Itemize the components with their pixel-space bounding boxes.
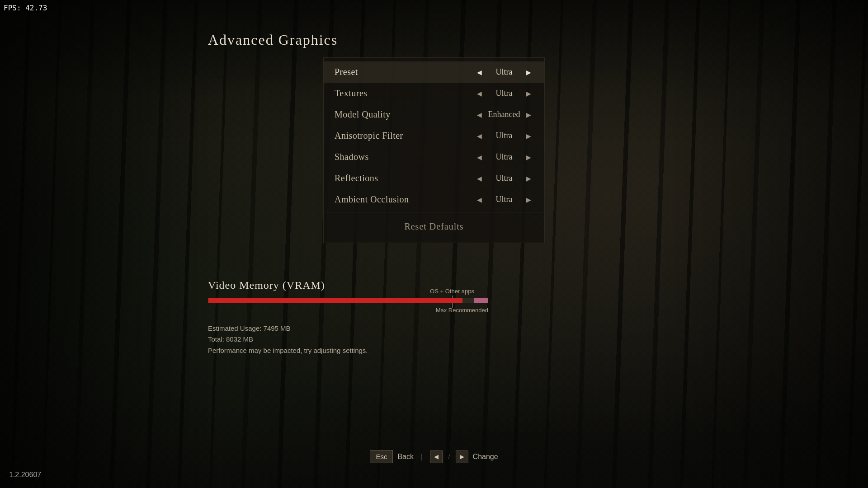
model-quality-value-area: ◀ Enhanced ▶ bbox=[475, 110, 533, 119]
model-quality-value: Enhanced bbox=[488, 110, 520, 119]
setting-label-shadows: Shadows bbox=[335, 152, 475, 162]
vram-bar-used bbox=[208, 298, 462, 303]
ambient-occlusion-arrow-right[interactable]: ▶ bbox=[524, 195, 533, 204]
setting-label-ambient-occlusion: Ambient Occlusion bbox=[335, 194, 475, 205]
anisotropic-filter-value-area: ◀ Ultra ▶ bbox=[475, 131, 533, 141]
reflections-value: Ultra bbox=[488, 174, 520, 183]
esc-key-button[interactable]: Esc bbox=[370, 450, 393, 463]
setting-row-ambient-occlusion[interactable]: Ambient Occlusion ◀ Ultra ▶ bbox=[324, 189, 544, 210]
ambient-occlusion-arrow-left[interactable]: ◀ bbox=[475, 195, 484, 204]
model-quality-arrow-left[interactable]: ◀ bbox=[475, 110, 484, 119]
preset-arrow-left[interactable]: ◀ bbox=[475, 68, 484, 77]
setting-row-preset[interactable]: Preset ◀ Ultra ▶ bbox=[324, 61, 544, 83]
preset-value: Ultra bbox=[488, 67, 520, 77]
reset-defaults-row[interactable]: Reset Defaults bbox=[324, 214, 544, 239]
setting-row-reflections[interactable]: Reflections ◀ Ultra ▶ bbox=[324, 168, 544, 189]
ambient-occlusion-value-area: ◀ Ultra ▶ bbox=[475, 195, 533, 204]
anisotropic-filter-arrow-right[interactable]: ▶ bbox=[524, 131, 533, 141]
panel-divider bbox=[324, 212, 544, 212]
setting-row-textures[interactable]: Textures ◀ Ultra ▶ bbox=[324, 83, 544, 104]
textures-value-area: ◀ Ultra ▶ bbox=[475, 89, 533, 98]
setting-row-shadows[interactable]: Shadows ◀ Ultra ▶ bbox=[324, 146, 544, 168]
back-label: Back bbox=[397, 453, 414, 461]
setting-label-anisotropic-filter: Anisotropic Filter bbox=[335, 131, 475, 141]
version-label: 1.2.20607 bbox=[9, 471, 41, 479]
ambient-occlusion-value: Ultra bbox=[488, 195, 520, 204]
textures-arrow-right[interactable]: ▶ bbox=[524, 89, 533, 98]
bottom-bar: Esc Back | ◀ / ▶ Change bbox=[0, 450, 868, 463]
preset-value-area: ◀ Ultra ▶ bbox=[475, 67, 533, 77]
slash: / bbox=[447, 453, 451, 461]
reset-defaults-label: Reset Defaults bbox=[404, 221, 463, 231]
settings-panel: Preset ◀ Ultra ▶ Textures ◀ Ultra ▶ Mode… bbox=[323, 57, 545, 243]
vram-bar-os bbox=[474, 298, 488, 303]
anisotropic-filter-value: Ultra bbox=[488, 131, 520, 141]
anisotropic-filter-arrow-left[interactable]: ◀ bbox=[475, 131, 484, 141]
shadows-arrow-right[interactable]: ▶ bbox=[524, 153, 533, 162]
vram-bar-container bbox=[208, 298, 488, 303]
fps-counter: FPS: 42.73 bbox=[4, 4, 47, 12]
right-arrow-key[interactable]: ▶ bbox=[456, 450, 468, 463]
page-title: Advanced Graphics bbox=[208, 32, 338, 48]
main-container: Advanced Graphics Preset ◀ Ultra ▶ Textu… bbox=[0, 0, 868, 488]
vram-warning: Performance may be impacted, try adjusti… bbox=[208, 347, 488, 354]
setting-label-model-quality: Model Quality bbox=[335, 109, 475, 120]
os-other-apps-label: OS + Other apps bbox=[430, 288, 474, 295]
model-quality-arrow-right[interactable]: ▶ bbox=[524, 110, 533, 119]
vram-estimated-usage: Estimated Usage: 7495 MB Total: 8032 MB bbox=[208, 323, 488, 345]
textures-value: Ultra bbox=[488, 89, 520, 98]
shadows-value-area: ◀ Ultra ▶ bbox=[475, 152, 533, 162]
setting-label-reflections: Reflections bbox=[335, 173, 475, 183]
setting-row-anisotropic-filter[interactable]: Anisotropic Filter ◀ Ultra ▶ bbox=[324, 125, 544, 146]
reflections-arrow-left[interactable]: ◀ bbox=[475, 174, 484, 183]
shadows-value: Ultra bbox=[488, 152, 520, 162]
change-label: Change bbox=[473, 453, 498, 461]
separator: | bbox=[418, 453, 425, 461]
vram-section: Video Memory (VRAM) OS + Other apps Max … bbox=[208, 279, 488, 354]
setting-label-preset: Preset bbox=[335, 67, 475, 77]
left-arrow-key[interactable]: ◀ bbox=[430, 450, 443, 463]
setting-row-model-quality[interactable]: Model Quality ◀ Enhanced ▶ bbox=[324, 104, 544, 125]
reflections-arrow-right[interactable]: ▶ bbox=[524, 174, 533, 183]
preset-arrow-right[interactable]: ▶ bbox=[524, 68, 533, 77]
setting-label-textures: Textures bbox=[335, 88, 475, 99]
textures-arrow-left[interactable]: ◀ bbox=[475, 89, 484, 98]
shadows-arrow-left[interactable]: ◀ bbox=[475, 153, 484, 162]
reflections-value-area: ◀ Ultra ▶ bbox=[475, 174, 533, 183]
